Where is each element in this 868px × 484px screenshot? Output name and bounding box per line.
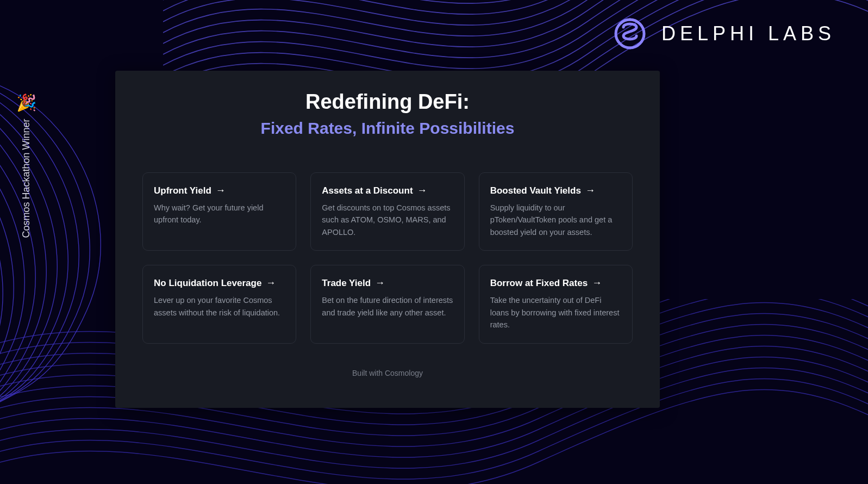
feature-description: Bet on the future direction of interests… bbox=[322, 294, 453, 319]
feature-title: Upfront Yield bbox=[154, 185, 211, 196]
page-subtitle: Fixed Rates, Infinite Possibilities bbox=[142, 119, 633, 138]
brand-logo-icon bbox=[613, 16, 647, 51]
arrow-right-icon: → bbox=[585, 185, 595, 196]
feature-card-boosted-yields[interactable]: Boosted Vault Yields → Supply liquidity … bbox=[479, 172, 633, 251]
party-popper-icon: 🎉 bbox=[16, 92, 36, 111]
feature-card-upfront-yield[interactable]: Upfront Yield → Why wait? Get your futur… bbox=[142, 172, 296, 251]
feature-card-trade-yield[interactable]: Trade Yield → Bet on the future directio… bbox=[310, 265, 464, 343]
feature-description: Take the uncertainty out of DeFi loans b… bbox=[490, 294, 621, 331]
feature-card-no-liquidation[interactable]: No Liquidation Leverage → Lever up on yo… bbox=[142, 265, 296, 343]
brand-header: DELPHI LABS bbox=[613, 16, 835, 51]
arrow-right-icon: → bbox=[266, 277, 276, 289]
brand-wordmark: DELPHI LABS bbox=[661, 22, 835, 45]
hackathon-badge-text: Cosmos Hackathon Winner bbox=[21, 119, 32, 238]
main-panel: Redefining DeFi: Fixed Rates, Infinite P… bbox=[115, 71, 660, 408]
feature-description: Get discounts on top Cosmos assets such … bbox=[322, 202, 453, 238]
feature-title: Boosted Vault Yields bbox=[490, 185, 581, 196]
feature-card-grid: Upfront Yield → Why wait? Get your futur… bbox=[142, 172, 633, 344]
feature-title: Assets at a Discount bbox=[322, 185, 413, 196]
feature-description: Lever up on your favorite Cosmos assets … bbox=[154, 294, 285, 319]
feature-card-borrow-fixed[interactable]: Borrow at Fixed Rates → Take the uncerta… bbox=[479, 265, 633, 343]
page-title: Redefining DeFi: bbox=[142, 90, 633, 114]
arrow-right-icon: → bbox=[216, 185, 226, 196]
arrow-right-icon: → bbox=[592, 277, 602, 289]
arrow-right-icon: → bbox=[375, 277, 385, 289]
arrow-right-icon: → bbox=[417, 185, 427, 196]
hackathon-winner-badge: Cosmos Hackathon Winner 🎉 bbox=[17, 92, 36, 238]
panel-footer-text: Built with Cosmology bbox=[142, 369, 633, 377]
feature-title: Borrow at Fixed Rates bbox=[490, 278, 588, 289]
feature-card-assets-discount[interactable]: Assets at a Discount → Get discounts on … bbox=[310, 172, 464, 251]
feature-description: Why wait? Get your future yield upfront … bbox=[154, 202, 285, 226]
feature-title: No Liquidation Leverage bbox=[154, 278, 261, 289]
feature-description: Supply liquidity to our pToken/VaultToke… bbox=[490, 202, 621, 238]
feature-title: Trade Yield bbox=[322, 278, 371, 289]
